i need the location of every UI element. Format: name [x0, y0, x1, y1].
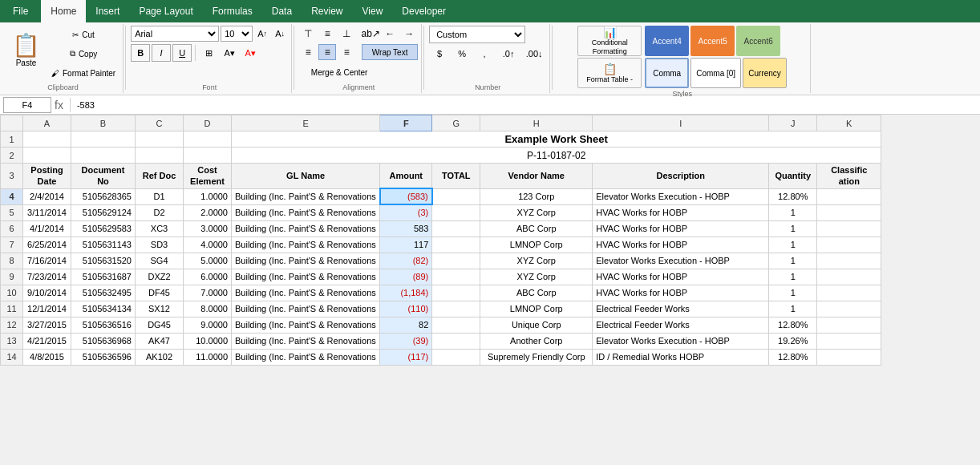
cell-e5[interactable]: Building (Inc. Paint'S & Renovations — [232, 204, 380, 220]
cell-j5[interactable]: 1 — [769, 204, 817, 220]
cell-d8[interactable]: 5.0000 — [184, 253, 232, 269]
increase-decimal-button[interactable]: .0↑ — [496, 46, 520, 62]
cell-f7[interactable]: 117 — [380, 237, 432, 253]
cell-e11[interactable]: Building (Inc. Paint'S & Renovations — [232, 301, 380, 317]
cell-a12[interactable]: 3/27/2015 — [23, 317, 71, 333]
row-header-7[interactable]: 7 — [1, 237, 23, 253]
merge-center-button[interactable]: Merge & Center — [299, 64, 379, 80]
row-header-2[interactable]: 2 — [1, 148, 23, 164]
col-header-e[interactable]: E — [232, 115, 380, 131]
row-header-4[interactable]: 4 — [1, 188, 23, 204]
comma-button[interactable]: , — [474, 46, 495, 62]
format-as-table-button[interactable]: 📋 Format Table - — [577, 58, 642, 88]
cell-g12[interactable] — [432, 317, 480, 333]
cell-i9[interactable]: HVAC Works for HOBP — [593, 269, 769, 285]
cell-i8[interactable]: Elevator Works Execution - HOBP — [593, 253, 769, 269]
cell-b5[interactable]: 5105629124 — [71, 204, 136, 220]
cell-k6[interactable] — [817, 220, 881, 237]
col-header-j[interactable]: J — [769, 115, 817, 131]
decrease-decimal-button[interactable]: .00↓ — [522, 46, 546, 62]
cell-g8[interactable] — [432, 253, 480, 269]
cell-e10[interactable]: Building (Inc. Paint'S & Renovations — [232, 285, 380, 301]
cell-b8[interactable]: 5105631520 — [71, 253, 136, 269]
cell-i13[interactable]: Elevator Works Execution - HOBP — [593, 333, 769, 349]
cell-c13[interactable]: AK47 — [136, 333, 184, 349]
align-right-button[interactable]: ≡ — [338, 44, 355, 60]
cell-b9[interactable]: 5105631687 — [71, 269, 136, 285]
row-header-11[interactable]: 11 — [1, 301, 23, 317]
number-format-select[interactable]: Custom — [429, 26, 525, 43]
cell-h7[interactable]: LMNOP Corp — [480, 237, 593, 253]
cell-a10[interactable]: 9/10/2014 — [23, 285, 71, 301]
cell-e2[interactable]: P-11-0187-02 — [232, 148, 881, 164]
developer-tab[interactable]: Developer — [392, 0, 456, 22]
row-header-9[interactable]: 9 — [1, 269, 23, 285]
formula-input[interactable] — [77, 97, 977, 113]
accent6-style-button[interactable]: Accent6 — [736, 26, 780, 56]
increase-font-button[interactable]: A↑ — [254, 26, 270, 42]
cell-k4[interactable] — [817, 188, 881, 204]
file-tab[interactable]: File — [0, 0, 41, 22]
cell-e4[interactable]: Building (Inc. Paint'S & Renovations — [232, 188, 380, 204]
decrease-font-button[interactable]: A↓ — [272, 26, 288, 42]
cell-i7[interactable]: HVAC Works for HOBP — [593, 237, 769, 253]
header-document-no[interactable]: DocumentNo — [71, 164, 136, 189]
cell-d7[interactable]: 4.0000 — [184, 237, 232, 253]
cell-d11[interactable]: 8.0000 — [184, 301, 232, 317]
header-amount[interactable]: Amount — [380, 164, 432, 189]
cell-a5[interactable]: 3/11/2014 — [23, 204, 71, 220]
cell-h6[interactable]: ABC Corp — [480, 220, 593, 237]
cell-h12[interactable]: Unique Corp — [480, 317, 593, 333]
cell-k11[interactable] — [817, 301, 881, 317]
indent-decrease-button[interactable]: ← — [381, 26, 399, 42]
col-header-a[interactable]: A — [23, 115, 71, 131]
cell-g5[interactable] — [432, 204, 480, 220]
cell-b4[interactable]: 5105628365 — [71, 188, 136, 204]
cell-f13[interactable]: (39) — [380, 333, 432, 349]
row-header-3[interactable]: 3 — [1, 164, 23, 189]
col-header-i[interactable]: I — [593, 115, 769, 131]
cell-d12[interactable]: 9.0000 — [184, 317, 232, 333]
align-middle-button[interactable]: ≡ — [318, 26, 336, 42]
angle-text-button[interactable]: ab↗ — [362, 26, 379, 42]
cell-h11[interactable]: LMNOP Corp — [480, 301, 593, 317]
col-header-c[interactable]: C — [136, 115, 184, 131]
col-header-d[interactable]: D — [184, 115, 232, 131]
accent4-style-button[interactable]: Accent4 — [645, 26, 689, 56]
cell-j14[interactable]: 12.80% — [769, 349, 817, 365]
cell-d9[interactable]: 6.0000 — [184, 269, 232, 285]
header-posting-date[interactable]: PostingDate — [23, 164, 71, 189]
cell-d1[interactable] — [184, 131, 232, 148]
cell-j7[interactable]: 1 — [769, 237, 817, 253]
font-color-button[interactable]: A▾ — [241, 44, 260, 62]
cell-f8[interactable]: (82) — [380, 253, 432, 269]
bold-button[interactable]: B — [131, 44, 150, 62]
conditional-formatting-button[interactable]: 📊 Conditional Formatting — [577, 26, 642, 56]
cell-j9[interactable]: 1 — [769, 269, 817, 285]
header-cost-element[interactable]: CostElement — [184, 164, 232, 189]
col-header-b[interactable]: B — [71, 115, 136, 131]
cell-e7[interactable]: Building (Inc. Paint'S & Renovations — [232, 237, 380, 253]
percent-button[interactable]: % — [452, 46, 472, 62]
cell-j6[interactable]: 1 — [769, 220, 817, 237]
cell-h5[interactable]: XYZ Corp — [480, 204, 593, 220]
header-description[interactable]: Description — [593, 164, 769, 189]
cell-j10[interactable]: 1 — [769, 285, 817, 301]
cell-i6[interactable]: HVAC Works for HOBP — [593, 220, 769, 237]
cell-k10[interactable] — [817, 285, 881, 301]
cell-k12[interactable] — [817, 317, 881, 333]
header-ref-doc[interactable]: Ref Doc — [136, 164, 184, 189]
col-header-f[interactable]: F — [380, 115, 432, 131]
cell-a6[interactable]: 4/1/2014 — [23, 220, 71, 237]
currency-button[interactable]: $ — [429, 46, 450, 62]
cell-g11[interactable] — [432, 301, 480, 317]
cell-j12[interactable]: 12.80% — [769, 317, 817, 333]
cell-i5[interactable]: HVAC Works for HOBP — [593, 204, 769, 220]
cell-a8[interactable]: 7/16/2014 — [23, 253, 71, 269]
insert-tab[interactable]: Insert — [86, 0, 129, 22]
cell-h8[interactable]: XYZ Corp — [480, 253, 593, 269]
cell-e1[interactable]: Example Work Sheet — [232, 131, 881, 148]
paste-button[interactable]: 📋 Paste — [6, 26, 46, 74]
header-total[interactable]: TOTAL — [432, 164, 480, 189]
font-size-select[interactable]: 10 — [221, 26, 253, 42]
